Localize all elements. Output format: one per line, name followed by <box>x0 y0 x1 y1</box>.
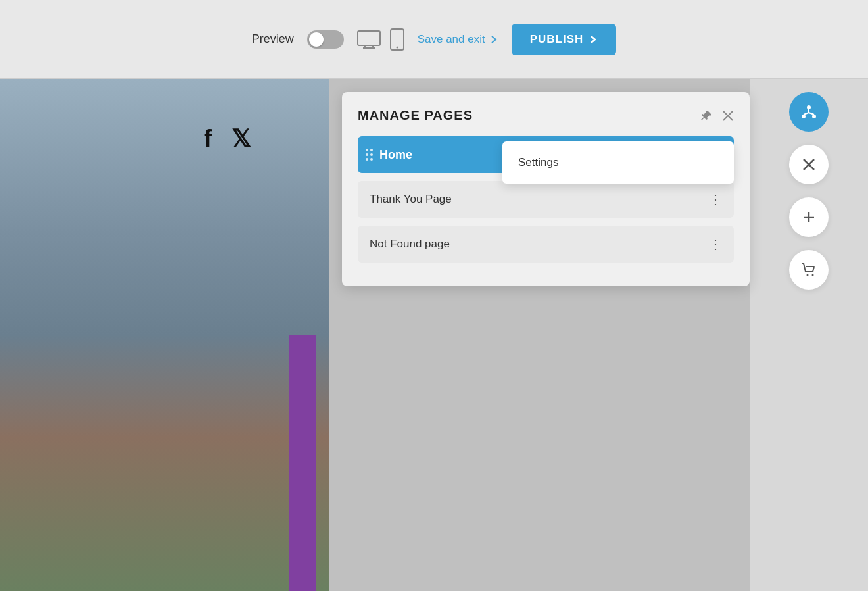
svg-rect-0 <box>358 31 380 45</box>
thank-you-page-label: Thank You Page <box>370 193 452 206</box>
save-exit-button[interactable]: Save and exit <box>418 33 498 46</box>
svg-point-19 <box>812 274 814 276</box>
background-image <box>0 79 329 591</box>
preview-toggle[interactable] <box>307 30 344 49</box>
facebook-icon: f <box>204 125 212 153</box>
close-panel-button[interactable] <box>722 110 734 122</box>
settings-menu-item[interactable]: Settings <box>502 147 734 178</box>
not-found-page-label: Not Found page <box>370 238 450 251</box>
sitemap-button[interactable] <box>789 92 829 132</box>
panel-header: MANAGE PAGES <box>358 108 734 123</box>
svg-line-12 <box>804 113 809 115</box>
add-button[interactable] <box>789 197 829 237</box>
not-found-page-row[interactable]: Not Found page ⋮ <box>358 226 734 263</box>
svg-point-8 <box>807 105 811 109</box>
svg-point-10 <box>812 115 816 118</box>
drag-handle-icon <box>366 149 373 161</box>
panel-header-icons <box>701 110 734 122</box>
panel-title: MANAGE PAGES <box>358 108 473 123</box>
preview-label: Preview <box>252 32 294 46</box>
purple-stripe <box>289 335 316 591</box>
not-found-more-button[interactable]: ⋮ <box>709 236 722 252</box>
top-bar: Preview Save and exit PUBLISH <box>0 0 868 79</box>
cart-button[interactable] <box>789 250 829 290</box>
toggle-knob <box>309 32 324 47</box>
twitter-x-icon: 𝕏 <box>231 125 251 153</box>
thank-you-more-button[interactable]: ⋮ <box>709 192 722 207</box>
pin-button[interactable] <box>701 110 713 122</box>
publish-button[interactable]: PUBLISH <box>512 24 617 55</box>
svg-point-5 <box>396 46 398 48</box>
settings-dropdown: Settings <box>502 141 734 184</box>
svg-point-18 <box>807 274 809 276</box>
device-icons <box>357 28 404 51</box>
thank-you-page-row[interactable]: Thank You Page ⋮ <box>358 181 734 218</box>
right-sidebar <box>750 79 868 591</box>
svg-line-13 <box>809 113 814 115</box>
mobile-icon[interactable] <box>390 28 404 51</box>
home-row-container: Home ⋮ Settings <box>358 136 734 173</box>
home-row-left: Home <box>366 148 412 162</box>
home-page-label: Home <box>379 148 412 162</box>
desktop-icon[interactable] <box>357 30 381 49</box>
social-icons: f 𝕏 <box>204 125 251 153</box>
svg-point-9 <box>802 115 806 118</box>
manage-pages-panel: MANAGE PAGES <box>342 92 750 286</box>
close-sidebar-button[interactable] <box>789 145 829 184</box>
